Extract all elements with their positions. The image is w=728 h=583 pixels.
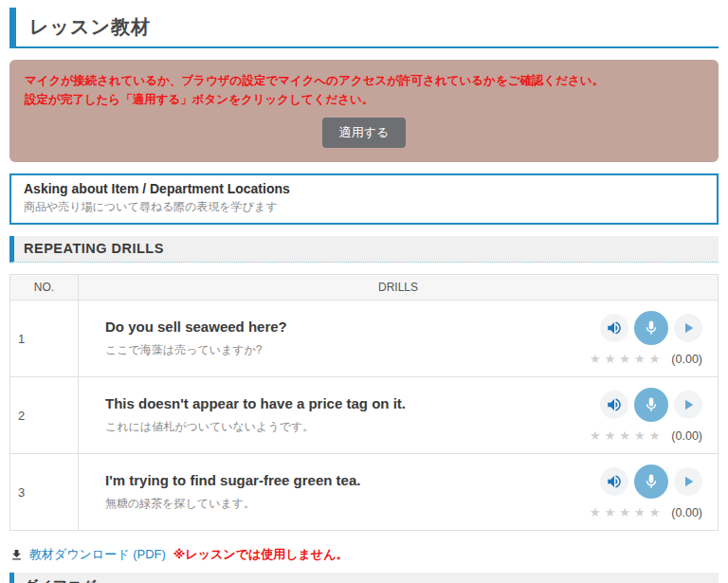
- star-rating: ★★★★★: [590, 352, 664, 366]
- drill-text: I'm trying to find sugar-free green tea.…: [105, 472, 360, 512]
- playback-button[interactable]: [674, 467, 702, 496]
- microphone-notice-box: マイクが接続されているか、ブラウザの設定でマイクへのアクセスが許可されているかを…: [9, 60, 719, 162]
- pdf-download-link[interactable]: 教材ダウンロード (PDF): [29, 546, 166, 563]
- drill-text: This doesn't appear to have a price tag …: [105, 395, 406, 435]
- notice-line-2: 設定が完了したら「適用する」ボタンをクリックしてください。: [25, 90, 703, 109]
- drill-cell: I'm trying to find sugar-free green tea.…: [79, 454, 719, 531]
- drills-table: NO. DRILLS 1 Do you sell seaweed here? こ…: [9, 274, 719, 531]
- record-button[interactable]: [634, 465, 668, 499]
- lesson-subtitle: 商品や売り場について尋ねる際の表現を学びます: [24, 199, 704, 215]
- repeating-drills-heading: REPEATING DRILLS: [9, 236, 719, 263]
- apply-button-row: 適用する: [25, 118, 703, 148]
- page-title: レッスン教材: [9, 8, 719, 48]
- drill-number: 3: [10, 454, 79, 531]
- playback-button[interactable]: [674, 391, 702, 419]
- drill-english-sentence: This doesn't appear to have a price tag …: [105, 395, 406, 411]
- column-header-no: NO.: [10, 275, 79, 301]
- drill-cell: Do you sell seaweed here? ここで海藻は売っていますか?: [79, 301, 719, 377]
- table-row: 2 This doesn't appear to have a price ta…: [10, 377, 719, 454]
- playback-button[interactable]: [674, 314, 702, 342]
- speaker-icon: [606, 396, 623, 413]
- score-value: (0.00): [671, 506, 702, 519]
- drill-number: 1: [10, 301, 79, 377]
- drill-english-sentence: Do you sell seaweed here?: [105, 319, 287, 335]
- play-icon: [680, 396, 697, 413]
- speaker-icon: [606, 473, 623, 490]
- page-container: レッスン教材 マイクが接続されているか、ブラウザの設定でマイクへのアクセスが許可…: [0, 0, 728, 583]
- microphone-icon: [643, 319, 660, 337]
- drill-cell: This doesn't appear to have a price tag …: [79, 377, 719, 454]
- listen-button[interactable]: [600, 391, 628, 419]
- drill-japanese-translation: ここで海藻は売っていますか?: [105, 342, 287, 358]
- listen-button[interactable]: [600, 314, 628, 342]
- score-value: (0.00): [671, 429, 702, 443]
- microphone-icon: [643, 473, 660, 490]
- drill-controls: ★★★★★ (0.00): [590, 388, 704, 443]
- table-row: 3 I'm trying to find sugar-free green te…: [10, 454, 719, 531]
- record-button[interactable]: [634, 311, 668, 345]
- play-icon: [680, 473, 697, 490]
- apply-button[interactable]: 適用する: [322, 118, 407, 148]
- drill-text: Do you sell seaweed here? ここで海藻は売っていますか?: [105, 319, 287, 358]
- column-header-drills: DRILLS: [79, 275, 719, 301]
- microphone-icon: [643, 396, 660, 413]
- table-header-row: NO. DRILLS: [10, 275, 719, 301]
- dialog-heading: ダイアログ: [9, 573, 719, 583]
- table-row: 1 Do you sell seaweed here? ここで海藻は売っています…: [10, 301, 719, 377]
- listen-button[interactable]: [600, 467, 628, 496]
- star-rating: ★★★★★: [590, 505, 664, 519]
- drill-japanese-translation: 無糖の緑茶を探しています。: [105, 496, 360, 512]
- lesson-info-box: Asking about Item / Department Locations…: [9, 173, 719, 225]
- notice-line-1: マイクが接続されているか、ブラウザの設定でマイクへのアクセスが許可されているかを…: [25, 71, 703, 90]
- star-rating: ★★★★★: [590, 428, 664, 443]
- pdf-download-note: ※レッスンでは使用しません。: [173, 546, 349, 563]
- drill-controls: ★★★★★ (0.00): [590, 311, 704, 366]
- download-icon: [9, 548, 24, 562]
- record-button[interactable]: [634, 388, 668, 422]
- score-value: (0.00): [671, 353, 702, 366]
- drill-japanese-translation: これには値札がついていないようです。: [105, 419, 406, 435]
- speaker-icon: [606, 319, 623, 337]
- play-icon: [680, 319, 697, 337]
- drill-controls: ★★★★★ (0.00): [590, 465, 704, 519]
- drill-english-sentence: I'm trying to find sugar-free green tea.: [105, 472, 360, 488]
- drill-number: 2: [10, 377, 79, 454]
- pdf-download-row: 教材ダウンロード (PDF) ※レッスンでは使用しません。: [9, 546, 719, 563]
- lesson-title: Asking about Item / Department Locations: [24, 181, 704, 196]
